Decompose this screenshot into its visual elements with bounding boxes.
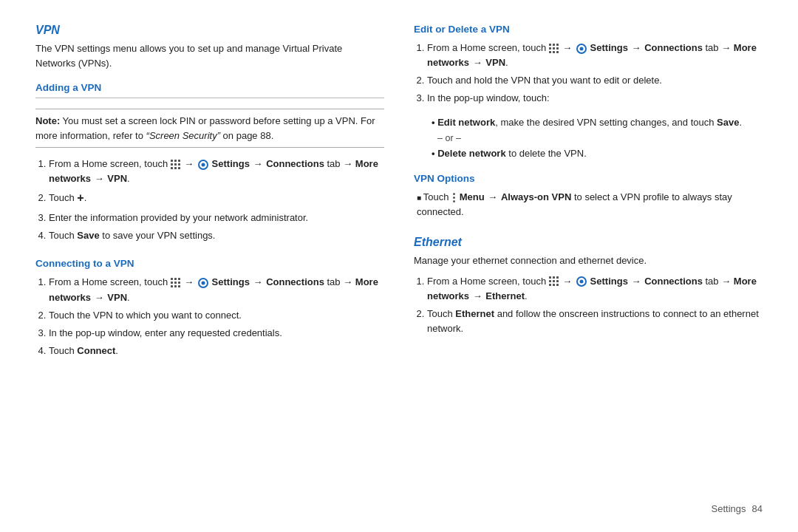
adding-step-1: From a Home screen, touch → Settings → C… [49,157,384,186]
vpn-label: VPN [107,292,127,303]
connecting-step-4: Touch Connect. [49,344,384,358]
apps-icon [171,278,181,288]
vpn-intro: The VPN settings menu allows you to set … [35,41,384,70]
apps-icon [549,44,559,54]
connections-label: Connections [266,276,324,287]
save-label: Save [717,117,739,128]
plus-icon: + [77,189,83,208]
connecting-step-2: Touch the VPN to which you want to conne… [49,308,384,323]
connecting-vpn-steps: From a Home screen, touch → Settings → C… [35,275,384,361]
vpn-options-title: VPN Options [414,173,763,184]
settings-icon [198,278,208,288]
vpn-section-title: VPN [35,24,384,37]
delete-bullet-list: Delete network to delete the VPN. [426,146,763,161]
apps-icon [171,160,181,170]
edit-delete-title: Edit or Delete a VPN [414,24,763,35]
connections-label: Connections [266,158,324,169]
edit-delete-step-3: In the pop-up window, touch: [427,91,763,106]
settings-icon [198,160,208,170]
ethernet-label: Ethernet [485,290,525,301]
settings-label: Settings [590,276,628,287]
ethernet-step-2: Touch Ethernet and follow the onscreen i… [427,307,763,336]
arrow: → [562,41,572,55]
note-italic: “Screen Security” [146,130,220,141]
menu-label: Menu [460,191,485,202]
settings-label: Settings [590,42,628,53]
note-box: Note: You must set a screen lock PIN or … [35,109,384,148]
settings-icon [576,276,587,287]
arrow: → [632,274,641,289]
edit-network-item: Edit network, make the desired VPN setti… [432,115,763,130]
page: VPN The VPN settings menu allows you to … [0,0,798,532]
settings-label: Settings [212,276,250,287]
note-end: on page 88. [220,130,273,141]
settings-icon [576,44,587,54]
adding-vpn-title: Adding a VPN [35,82,384,93]
settings-label: Settings [212,158,250,169]
arrow: → [473,55,482,70]
note-label: Note: [35,115,60,126]
edit-delete-options: Edit network, make the desired VPN setti… [414,112,763,164]
ethernet-steps: From a Home screen, touch → Settings → C… [414,274,763,340]
vpn-label: VPN [485,57,505,68]
adding-step-2: Touch +. [49,189,384,208]
edit-delete-step-1: From a Home screen, touch → Settings → C… [427,41,763,70]
save-label: Save [77,230,99,241]
vpn-options-list: Touch Menu → Always-on VPN to select a V… [414,190,763,222]
divider [35,98,384,98]
adding-step-3: Enter the information provided by your n… [49,211,384,225]
arrow: → [473,289,482,304]
arrow: → [253,275,263,290]
arrow: → [488,190,497,205]
footer: Settings 84 [35,497,763,514]
connections-label: Connections [644,276,703,287]
ethernet-section-title: Ethernet [414,236,763,249]
connecting-vpn-title: Connecting to a VPN [35,258,384,269]
footer-text: Settings [712,503,746,514]
always-on-label: Always-on VPN [501,191,571,202]
edit-bullet-list: Edit network, make the desired VPN setti… [426,115,763,130]
adding-step-4: Touch Save to save your VPN settings. [49,228,384,243]
arrow: → [632,41,641,55]
connect-label: Connect [77,345,115,356]
adding-vpn-steps: From a Home screen, touch → Settings → C… [35,157,384,246]
connections-label: Connections [644,42,703,53]
delete-network-item: Delete network to delete the VPN. [432,146,763,161]
edit-delete-steps: From a Home screen, touch → Settings → C… [414,41,763,109]
or-divider: – or – [426,133,763,143]
edit-network-label: Edit network [437,117,495,128]
apps-icon [549,276,559,287]
arrow: → [184,275,194,290]
arrow: → [562,274,572,289]
footer-page-number: 84 [752,503,763,514]
arrow: → [95,290,104,305]
right-column: Edit or Delete a VPN From a Home screen,… [414,24,763,497]
vpn-options-item-1: Touch Menu → Always-on VPN to select a V… [417,190,763,219]
left-column: VPN The VPN settings menu allows you to … [35,24,384,497]
ethernet-intro: Manage your ethernet connection and ethe… [414,253,763,268]
arrow: → [253,157,263,171]
arrow: → [95,171,104,186]
delete-network-label: Delete network [437,148,505,159]
edit-delete-step-2: Touch and hold the VPN that you want to … [427,73,763,88]
ethernet-step-1: From a Home screen, touch → Settings → C… [427,274,763,304]
two-column-layout: VPN The VPN settings menu allows you to … [35,24,763,497]
connecting-step-1: From a Home screen, touch → Settings → C… [49,275,384,304]
ethernet-touch-label: Ethernet [455,308,494,319]
menu-icon [453,193,455,202]
connecting-step-3: In the pop-up window, enter any requeste… [49,326,384,341]
arrow: → [184,157,194,171]
vpn-label: VPN [107,173,127,184]
